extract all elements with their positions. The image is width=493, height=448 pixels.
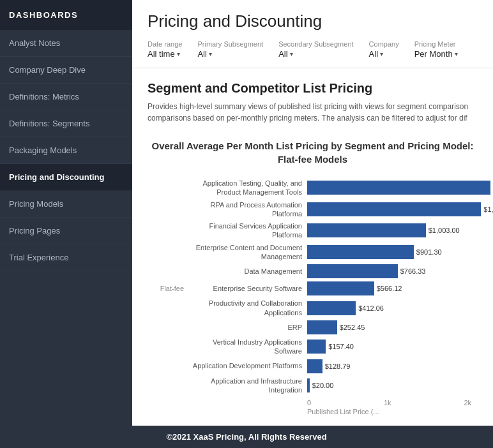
x-tick-0: 0 <box>307 399 311 407</box>
sidebar-header: DASHBOARDS <box>0 0 132 30</box>
bar-value-5: $566.12 <box>377 285 402 292</box>
bar-label-3: Enterprise Content and Document Manageme… <box>189 243 307 262</box>
bar-area-1: $1,472.56 <box>307 202 493 216</box>
bar-fill-4 <box>307 264 398 278</box>
bar-row-2: Financial Services Application Platforma… <box>148 221 478 240</box>
section-desc: Provides high-level summary views of pub… <box>148 101 478 124</box>
bar-value-1: $1,472.56 <box>483 205 493 213</box>
footer: ©2021 XaaS Pricing, All Rights Reserved <box>0 426 493 448</box>
bar-fill-8 <box>307 340 326 354</box>
filter-date-range: Date rangeAll time ▾ <box>148 40 182 59</box>
sidebar-item-pricing-and-discounting[interactable]: Pricing and Discounting <box>0 164 132 191</box>
sidebar-item-packaging-models[interactable]: Packaging Models <box>0 137 132 164</box>
filters-row: Date rangeAll time ▾Primary SubsegmentAl… <box>148 40 478 59</box>
chart-title: Overall Average Per Month List Pricing b… <box>148 139 478 166</box>
filter-value-pricing-meter[interactable]: Per Month ▾ <box>414 49 458 59</box>
bar-row-5: Flat-feeEnterprise Security Software$566… <box>148 281 478 295</box>
filter-label-pricing-meter: Pricing Meter <box>414 40 458 48</box>
main-body: Segment and Competitor List Pricing Prov… <box>132 68 493 426</box>
bar-value-8: $157.40 <box>328 343 354 350</box>
bar-value-9: $128.79 <box>325 362 351 370</box>
bar-fill-2 <box>307 223 426 237</box>
bar-label-5: Enterprise Security Software <box>189 284 307 293</box>
filter-primary-subsegment: Primary SubsegmentAll ▾ <box>197 40 263 59</box>
section-title: Segment and Competitor List Pricing <box>148 81 478 96</box>
sidebar: DASHBOARDS Analyst NotesCompany Deep Div… <box>0 0 132 426</box>
x-tick-2: 2k <box>464 399 471 407</box>
sidebar-item-definitions-metrics[interactable]: Definitions: Metrics <box>0 84 132 110</box>
sidebar-item-company-deep-dive[interactable]: Company Deep Dive <box>0 57 132 84</box>
dropdown-arrow: ▾ <box>209 50 212 57</box>
filter-value-primary-subsegment[interactable]: All ▾ <box>197 49 263 59</box>
bar-fill-5 <box>307 281 374 295</box>
bar-chart: Application Testing, Quality, and Produc… <box>148 179 478 398</box>
segment-label: Flat-fee <box>148 285 189 292</box>
page-title: Pricing and Discounting <box>148 11 478 31</box>
bar-area-10: $20.00 <box>307 378 478 392</box>
filter-label-secondary-subsegment: Secondary Subsegment <box>278 40 353 48</box>
bar-fill-3 <box>307 245 414 259</box>
bar-label-2: Financial Services Application Platforma <box>189 221 307 240</box>
bar-value-2: $1,003.00 <box>429 227 460 234</box>
sidebar-item-pricing-models[interactable]: Pricing Models <box>0 191 132 218</box>
sidebar-item-definitions-segments[interactable]: Definitions: Segments <box>0 110 132 137</box>
bar-area-8: $157.40 <box>307 340 478 354</box>
bar-row-3: Enterprise Content and Document Manageme… <box>148 243 478 262</box>
bar-label-7: ERP <box>189 323 307 332</box>
bar-label-1: RPA and Process Automation Platforma <box>189 200 307 219</box>
bar-row-0: Application Testing, Quality, and Produc… <box>148 179 478 197</box>
main-content: Pricing and Discounting Date rangeAll ti… <box>132 0 493 426</box>
x-tick-1: 1k <box>384 399 391 407</box>
bar-value-6: $412.06 <box>358 304 384 312</box>
filter-pricing-meter: Pricing MeterPer Month ▾ <box>414 40 458 59</box>
dropdown-arrow: ▾ <box>455 50 458 57</box>
sidebar-nav: Analyst NotesCompany Deep DiveDefinition… <box>0 30 132 426</box>
bar-value-10: $20.00 <box>312 382 334 389</box>
bar-row-8: Vertical Industry Applications Software$… <box>148 338 478 356</box>
bar-value-3: $901.30 <box>416 248 442 256</box>
bar-area-3: $901.30 <box>307 245 478 259</box>
filter-value-date-range[interactable]: All time ▾ <box>148 49 182 59</box>
bar-label-8: Vertical Industry Applications Software <box>189 338 307 356</box>
bar-area-4: $766.33 <box>307 264 478 278</box>
filter-label-date-range: Date range <box>148 40 182 48</box>
filter-value-company[interactable]: All ▾ <box>369 49 399 59</box>
filter-company: CompanyAll ▾ <box>369 40 399 59</box>
bar-label-9: Application Development Platforms <box>189 361 307 370</box>
sidebar-item-pricing-pages[interactable]: Pricing Pages <box>0 218 132 244</box>
bar-label-0: Application Testing, Quality, and Produc… <box>189 179 307 197</box>
bar-fill-10 <box>307 378 310 392</box>
bar-row-1: RPA and Process Automation Platforma$1,4… <box>148 200 478 219</box>
bar-label-6: Productivity and Collaboration Applicati… <box>189 299 307 317</box>
bar-row-9: Application Development Platforms$128.79 <box>148 359 478 373</box>
filter-label-primary-subsegment: Primary Subsegment <box>197 40 263 48</box>
bar-row-6: Productivity and Collaboration Applicati… <box>148 299 478 317</box>
bar-fill-7 <box>307 320 337 334</box>
filter-value-secondary-subsegment[interactable]: All ▾ <box>278 49 353 59</box>
bar-label-4: Data Management <box>189 267 307 276</box>
bar-fill-9 <box>307 359 322 373</box>
main-header: Pricing and Discounting Date rangeAll ti… <box>132 0 493 68</box>
bar-fill-1 <box>307 202 481 216</box>
chart-x-labels: 01k2k <box>307 399 478 407</box>
filter-secondary-subsegment: Secondary SubsegmentAll ▾ <box>278 40 353 59</box>
dropdown-arrow: ▾ <box>177 50 180 57</box>
bar-fill-0 <box>307 181 490 195</box>
bar-area-2: $1,003.00 <box>307 223 478 237</box>
bar-area-9: $128.79 <box>307 359 478 373</box>
dropdown-arrow: ▾ <box>290 50 293 57</box>
filter-label-company: Company <box>369 40 399 48</box>
bar-row-4: Data Management$766.33 <box>148 264 478 278</box>
chart-x-note: Published List Price (... <box>307 408 478 415</box>
bar-value-4: $766.33 <box>400 267 426 275</box>
bar-area-7: $252.45 <box>307 320 478 334</box>
dropdown-arrow: ▾ <box>380 50 383 57</box>
bar-area-5: $566.12 <box>307 281 478 295</box>
bar-area-0: $1,552.23 <box>307 181 493 195</box>
bar-row-10: Application and Infrastructure Integrati… <box>148 377 478 395</box>
bar-value-7: $252.45 <box>340 324 365 331</box>
bar-row-7: ERP$252.45 <box>148 320 478 334</box>
bar-label-10: Application and Infrastructure Integrati… <box>189 377 307 395</box>
sidebar-item-trial-experience[interactable]: Trial Experience <box>0 244 132 271</box>
sidebar-item-analyst-notes[interactable]: Analyst Notes <box>0 30 132 57</box>
